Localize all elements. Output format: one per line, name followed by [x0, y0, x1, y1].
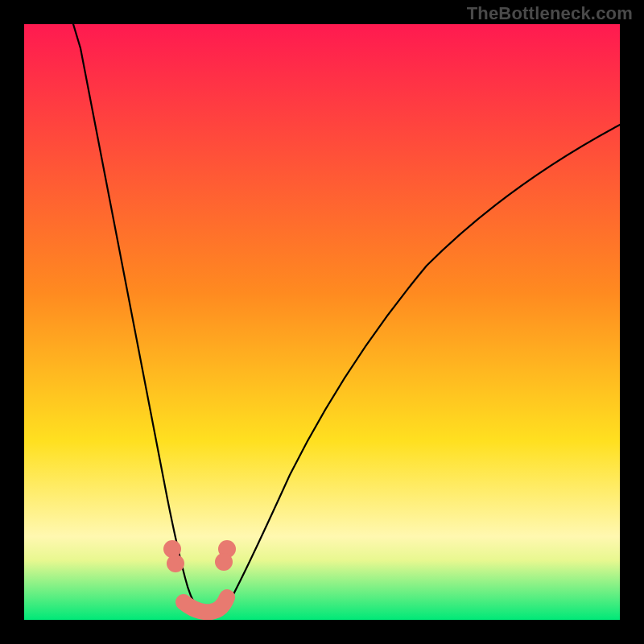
chart-stage: TheBottleneck.com — [0, 0, 644, 644]
curve-path — [71, 24, 620, 616]
marker-dot — [215, 553, 233, 571]
bottleneck-curve — [24, 24, 620, 620]
marker-dot — [167, 555, 184, 572]
marker-run — [184, 597, 227, 612]
watermark-text: TheBottleneck.com — [467, 3, 633, 24]
chart-plot-area — [24, 24, 620, 620]
